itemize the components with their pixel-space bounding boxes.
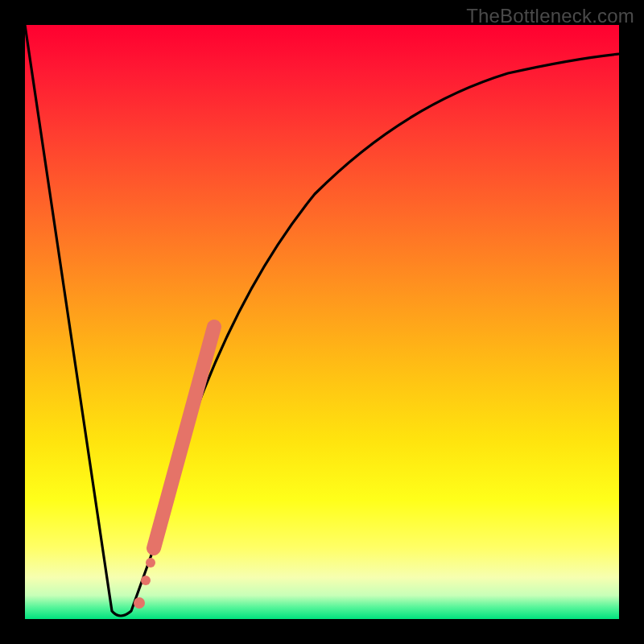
plot-area — [25, 25, 619, 619]
bottleneck-curve — [25, 25, 619, 616]
chart-frame: TheBottleneck.com — [0, 0, 644, 644]
highlight-segment — [154, 327, 214, 548]
marker-dot — [141, 576, 151, 585]
marker-dot — [134, 597, 145, 609]
watermark-text: TheBottleneck.com — [466, 5, 634, 27]
chart-svg — [25, 25, 619, 619]
marker-dot — [146, 558, 155, 568]
